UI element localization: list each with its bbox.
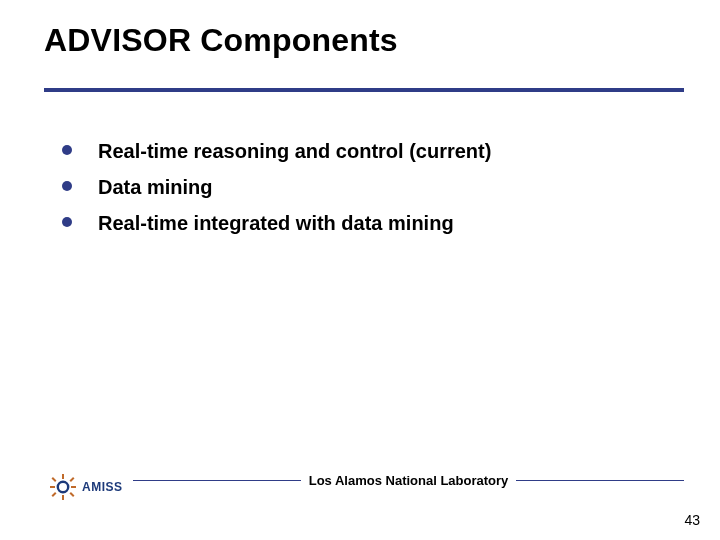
logo: AMISS bbox=[50, 474, 123, 500]
footer-divider: Los Alamos National Laboratory bbox=[133, 473, 684, 488]
bullet-text: Data mining bbox=[98, 174, 212, 201]
bullet-text: Real-time reasoning and control (current… bbox=[98, 138, 491, 165]
bullet-icon bbox=[62, 217, 72, 227]
slide-title: ADVISOR Components bbox=[44, 22, 398, 59]
footer-line-right bbox=[516, 480, 684, 482]
svg-point-8 bbox=[58, 482, 68, 492]
svg-rect-7 bbox=[70, 492, 75, 497]
svg-rect-0 bbox=[62, 474, 64, 479]
footer-line-left bbox=[133, 480, 301, 482]
bullet-text: Real-time integrated with data mining bbox=[98, 210, 454, 237]
svg-rect-3 bbox=[71, 486, 76, 488]
list-item: Data mining bbox=[62, 174, 680, 201]
list-item: Real-time integrated with data mining bbox=[62, 210, 680, 237]
bullet-list: Real-time reasoning and control (current… bbox=[62, 138, 680, 246]
logo-text: AMISS bbox=[82, 480, 123, 494]
sun-gear-icon bbox=[50, 474, 76, 500]
svg-rect-1 bbox=[62, 495, 64, 500]
footer-lab-name: Los Alamos National Laboratory bbox=[301, 473, 517, 488]
svg-rect-4 bbox=[52, 477, 57, 482]
svg-rect-6 bbox=[52, 492, 57, 497]
list-item: Real-time reasoning and control (current… bbox=[62, 138, 680, 165]
bullet-icon bbox=[62, 145, 72, 155]
slide: ADVISOR Components Real-time reasoning a… bbox=[0, 0, 720, 540]
bullet-icon bbox=[62, 181, 72, 191]
title-underline bbox=[44, 88, 684, 92]
svg-rect-5 bbox=[70, 477, 75, 482]
page-number: 43 bbox=[684, 512, 700, 528]
footer: AMISS Los Alamos National Laboratory bbox=[0, 458, 720, 502]
svg-rect-2 bbox=[50, 486, 55, 488]
